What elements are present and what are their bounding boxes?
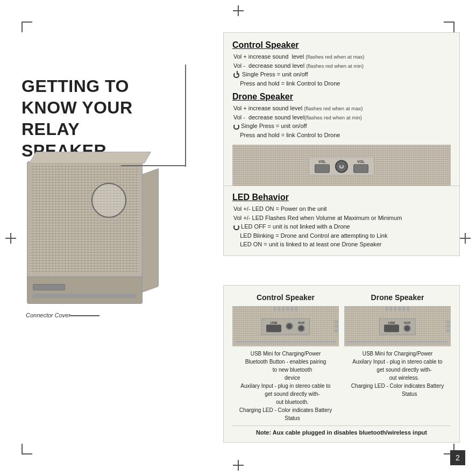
speaker-front: [27, 161, 143, 304]
crosshair-top: [233, 5, 244, 16]
power-icon-1: [233, 72, 239, 78]
drone-col-title: Drone Speaker: [344, 293, 451, 302]
drone-top-teeth: [386, 307, 410, 311]
diagram-controls: VOL VOL: [309, 157, 374, 176]
right-tooth2: [334, 325, 338, 328]
vol-plus-btn: [353, 165, 368, 173]
right-tooth3: [334, 329, 338, 332]
bottom-panel-row: Control Speaker: [232, 293, 451, 422]
corner-tl-h: [22, 22, 32, 23]
speaker-diagram-image: VOL VOL: [232, 145, 451, 188]
usb-port-ctrl: [266, 324, 281, 332]
top-right-panel: Control Speaker Vol + increase sound lev…: [223, 32, 460, 199]
power-icon-2: [233, 124, 239, 130]
control-connector-diagram: USB AUX: [232, 306, 339, 346]
corner-tr-h: [444, 22, 454, 23]
drone-right-tooth3: [446, 329, 450, 332]
speaker-top: [29, 152, 152, 164]
vol-minus-label: VOL: [318, 160, 325, 164]
connector-label: Connector Cover: [26, 312, 70, 318]
speaker-bar: [33, 294, 137, 298]
usb-port-label-drone: USB: [388, 321, 395, 324]
control-ports: USB AUX: [261, 318, 310, 335]
arrow-vertical: [185, 65, 186, 167]
control-top-teeth: [274, 307, 298, 311]
drone-tooth4: [399, 307, 401, 311]
right-tooth1: [334, 321, 338, 323]
arrow-horizontal: [121, 165, 186, 166]
speaker-illustration: [16, 151, 167, 323]
control-col-title: Control Speaker: [232, 293, 339, 302]
aux-port-ctrl: [297, 324, 305, 332]
corner-bl-v: [22, 444, 23, 454]
tooth5: [291, 307, 294, 311]
page-title: GETTING TO KNOW YOUR RELAY SPEAKER: [22, 75, 140, 161]
drone-connector-diagram: USB AUX: [344, 306, 451, 346]
tooth1: [274, 307, 276, 311]
control-speaker-title: Control Speaker: [232, 40, 451, 50]
control-speaker-section: Control Speaker Vol + increase sound lev…: [232, 40, 451, 88]
usb-port-label-ctrl: USB: [271, 321, 278, 324]
drone-right-tooth2: [446, 325, 450, 328]
drone-right-tooth1: [446, 321, 450, 323]
tooth4: [287, 307, 289, 311]
speaker-port-detail: [33, 284, 65, 290]
aux-port-drone: [403, 324, 411, 332]
drone-tooth3: [394, 307, 397, 311]
tooth6: [295, 307, 298, 311]
vol-minus-btn: [315, 165, 330, 173]
drone-bottom-text: USB Mini for Charging/Power Auxilary Inp…: [344, 350, 451, 398]
aux-port-label-drone: AUX: [404, 321, 411, 324]
drone-tooth5: [403, 307, 406, 311]
control-col: Control Speaker: [232, 293, 339, 422]
corner-tr-v: [453, 22, 454, 32]
bt-button-ctrl: [286, 323, 293, 330]
led-text: Vol +/- LED ON = Power on the unit Vol +…: [233, 204, 451, 249]
power-icon-led: [233, 224, 239, 230]
corner-bl-h: [22, 453, 32, 454]
drone-tooth2: [390, 307, 393, 311]
bottom-panel: Control Speaker: [223, 285, 460, 443]
drone-ports: USB AUX: [379, 318, 416, 335]
drone-speaker-section: Drone Speaker Vol + increase sound level…: [232, 92, 451, 139]
vol-plus-label: VOL: [357, 160, 364, 164]
drone-speaker-text: Vol + increase sound level (flashes red …: [233, 104, 451, 139]
control-bottom-text: USB Mini for Charging/Power Bluetooth Bu…: [232, 350, 339, 422]
power-btn-diagram: [335, 160, 348, 173]
crosshair-left: [5, 233, 16, 244]
circle-highlight: [91, 183, 126, 218]
control-speaker-text: Vol + increase sound level (flashes red …: [233, 52, 451, 88]
connector-arrow-line: [70, 315, 100, 316]
speaker-body: [27, 161, 145, 307]
drone-bottom-line: [347, 341, 447, 343]
drone-tooth1: [386, 307, 388, 311]
speaker-bottom-panel: [27, 276, 142, 303]
tooth3: [282, 307, 285, 311]
led-section: LED Behavior Vol +/- LED ON = Power on t…: [223, 186, 460, 256]
drone-speaker-title: Drone Speaker: [232, 92, 451, 102]
drone-right-teeth: [446, 321, 450, 332]
power-icon-diagram: [339, 164, 344, 168]
aux-port-label-ctrl: AUX: [298, 321, 305, 324]
speaker-grill-front: [30, 165, 139, 274]
crosshair-bottom: [233, 460, 244, 471]
tooth2: [278, 307, 281, 311]
title-area: GETTING TO KNOW YOUR RELAY SPEAKER: [22, 75, 140, 161]
drone-tooth6: [407, 307, 410, 311]
drone-col: Drone Speaker: [344, 293, 451, 422]
page-number: 2: [450, 450, 465, 465]
usb-port-drone: [384, 324, 399, 332]
led-title: LED Behavior: [232, 193, 451, 202]
bottom-note: Note: Aux cable plugged in disables blue…: [232, 425, 451, 436]
control-right-teeth: [334, 321, 338, 332]
control-bottom-line: [236, 341, 336, 343]
crosshair-right: [460, 233, 471, 244]
corner-tl-v: [22, 22, 23, 32]
